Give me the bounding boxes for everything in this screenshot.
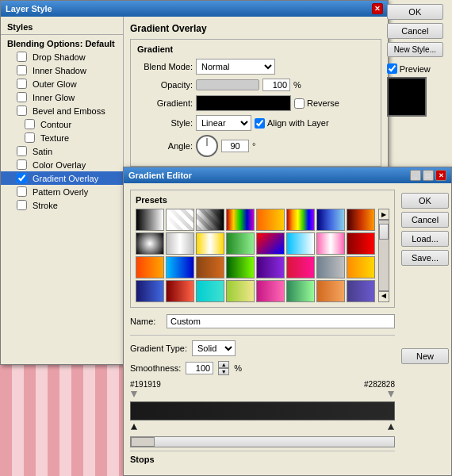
preset-27[interactable]	[196, 280, 224, 302]
spin-down[interactable]: ▼	[218, 368, 229, 375]
reverse-label[interactable]: Reverse	[294, 98, 339, 109]
reverse-checkbox[interactable]	[294, 98, 305, 109]
preset-8[interactable]	[347, 209, 375, 231]
color-stops-row	[130, 424, 395, 435]
pattern-overlay-checkbox[interactable]	[17, 186, 27, 197]
texture-checkbox[interactable]	[25, 132, 35, 143]
preset-32[interactable]	[347, 280, 375, 302]
sidebar-item-stroke[interactable]: Stroke	[1, 198, 123, 212]
preset-28[interactable]	[226, 280, 255, 302]
outer-glow-checkbox[interactable]	[17, 79, 27, 89]
sidebar-item-bevel-emboss[interactable]: Bevel and Emboss	[1, 104, 123, 117]
maximize-icon[interactable]: □	[423, 170, 434, 181]
contour-checkbox[interactable]	[25, 119, 35, 129]
preset-23[interactable]	[316, 256, 345, 278]
preset-17[interactable]	[136, 256, 164, 278]
opacity-stop-left[interactable]	[130, 391, 138, 401]
preset-22[interactable]	[286, 256, 315, 278]
ok-button[interactable]: OK	[387, 4, 443, 20]
preset-18[interactable]	[166, 256, 194, 278]
smoothness-input[interactable]	[186, 362, 213, 374]
preset-1[interactable]	[136, 209, 164, 231]
gradient-editor-buttons: OK Cancel Load... Save... New	[401, 190, 449, 469]
preset-12[interactable]	[226, 232, 255, 255]
preset-3[interactable]	[196, 209, 224, 231]
opacity-stop-right[interactable]	[387, 391, 395, 401]
gradient-overlay-checkbox[interactable]	[17, 173, 27, 183]
preset-31[interactable]	[316, 280, 345, 302]
sidebar-item-inner-glow[interactable]: Inner Glow	[1, 90, 123, 104]
preset-arrow-down[interactable]: ▶	[378, 291, 389, 302]
spin-up[interactable]: ▲	[218, 361, 229, 368]
color-stop-left-marker	[131, 424, 137, 430]
preset-10[interactable]	[166, 232, 194, 255]
ge-ok-button[interactable]: OK	[401, 193, 449, 209]
ge-save-button[interactable]: Save...	[401, 250, 449, 266]
gradient-scrollbar[interactable]	[130, 436, 395, 447]
close-icon[interactable]: ✕	[435, 170, 446, 181]
preset-21[interactable]	[256, 256, 285, 278]
sidebar-item-satin[interactable]: Satin	[1, 144, 123, 158]
ge-load-button[interactable]: Load...	[401, 231, 449, 247]
sidebar-item-pattern-overlay[interactable]: Pattern Overly	[1, 185, 123, 198]
opacity-input[interactable]	[262, 79, 290, 91]
angle-input[interactable]	[221, 140, 249, 152]
preset-5[interactable]	[256, 209, 285, 231]
inner-glow-checkbox[interactable]	[17, 92, 27, 102]
preset-11[interactable]	[196, 232, 224, 255]
preset-24[interactable]	[347, 256, 375, 278]
color-stop-left[interactable]	[130, 424, 138, 433]
preview-checkbox[interactable]	[387, 63, 397, 74]
ge-new-button[interactable]: New	[401, 348, 449, 364]
preset-16[interactable]	[347, 232, 375, 255]
drop-shadow-checkbox[interactable]	[17, 52, 27, 62]
align-layer-label[interactable]: Align with Layer	[255, 118, 329, 129]
gradient-editor-title: Gradient Editor	[128, 171, 192, 180]
satin-checkbox[interactable]	[17, 146, 27, 156]
sidebar-item-gradient-overlay[interactable]: Gradient Overlay	[1, 171, 123, 185]
sidebar-item-contour[interactable]: Contour	[1, 117, 123, 131]
preset-7[interactable]	[316, 209, 345, 231]
preset-arrow-up[interactable]: ▶	[378, 209, 389, 220]
close-icon[interactable]: ✕	[372, 3, 383, 14]
style-select[interactable]: Linear Radial	[196, 115, 251, 131]
preset-29[interactable]	[256, 280, 285, 302]
preset-2[interactable]	[166, 209, 194, 231]
color-overlay-checkbox[interactable]	[17, 159, 27, 170]
inner-shadow-checkbox[interactable]	[17, 65, 27, 75]
color-stop-right[interactable]	[387, 424, 395, 433]
preset-25[interactable]	[136, 280, 164, 302]
sidebar-item-inner-shadow[interactable]: Inner Shadow	[1, 63, 123, 77]
preset-15[interactable]	[316, 232, 345, 255]
cancel-button[interactable]: Cancel	[387, 23, 443, 39]
preset-26[interactable]	[166, 280, 194, 302]
opacity-slider[interactable]	[196, 79, 259, 90]
preset-6[interactable]	[286, 209, 315, 231]
gradient-preview[interactable]	[196, 95, 291, 111]
sidebar-item-drop-shadow[interactable]: Drop Shadow	[1, 50, 123, 63]
sidebar-item-texture[interactable]: Texture	[1, 131, 123, 144]
bevel-emboss-checkbox[interactable]	[17, 106, 27, 116]
sidebar-item-outer-glow[interactable]: Outer Glow	[1, 77, 123, 90]
preset-scrollbar-track[interactable]	[378, 220, 389, 291]
preset-14[interactable]	[286, 232, 315, 255]
ge-cancel-button[interactable]: Cancel	[401, 212, 449, 228]
align-layer-checkbox[interactable]	[255, 118, 265, 129]
name-input[interactable]	[167, 314, 395, 328]
sidebar-item-color-overlay[interactable]: Color Overlay	[1, 158, 123, 171]
blend-mode-select[interactable]: Normal Multiply Screen	[196, 59, 275, 75]
preview-row: Preview	[387, 63, 443, 74]
preset-20[interactable]	[226, 256, 255, 278]
preset-9[interactable]	[136, 232, 164, 255]
angle-dial[interactable]	[196, 135, 218, 157]
minimize-icon[interactable]: _	[410, 170, 421, 181]
gradient-preview-bar[interactable]	[130, 401, 395, 420]
sidebar-item-blending-options[interactable]: Blending Options: Default	[1, 37, 123, 50]
preset-30[interactable]	[286, 280, 315, 302]
gradient-type-select[interactable]: Solid Noise	[192, 340, 236, 356]
preset-4[interactable]	[226, 209, 255, 231]
new-style-button[interactable]: New Style...	[387, 42, 443, 57]
preset-13[interactable]	[256, 232, 285, 255]
preset-19[interactable]	[196, 256, 224, 278]
stroke-checkbox[interactable]	[17, 200, 27, 210]
